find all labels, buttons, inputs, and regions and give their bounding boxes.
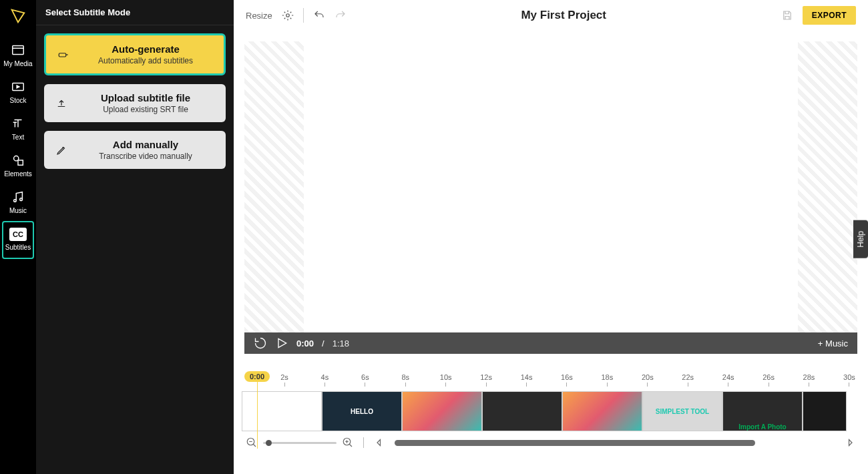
nav-elements[interactable]: Elements <box>1 148 35 184</box>
nav-label: Text <box>12 134 24 141</box>
option-add-manually[interactable]: Add manually Transcribe video manually <box>44 131 226 169</box>
resize-button[interactable]: Resize <box>246 11 272 21</box>
time-ruler: 2s4s6s8s10s12s14s16s18s20s22s24s26s28s30… <box>276 373 857 387</box>
card-sub: Upload existing SRT file <box>72 105 219 114</box>
card-title: Add manually <box>72 139 219 150</box>
svg-point-7 <box>286 14 290 17</box>
duration: 1:18 <box>333 338 349 348</box>
playhead[interactable]: 0:00 <box>244 371 270 449</box>
option-auto-generate[interactable]: Auto-generate Automatically add subtitle… <box>44 33 226 75</box>
nav-stock[interactable]: Stock <box>1 74 35 111</box>
play-icon[interactable] <box>275 336 288 350</box>
main-area: Resize My First Project EXPORT 0:00 / 1:… <box>234 0 868 474</box>
scroll-right-icon[interactable] <box>844 437 856 449</box>
nav-label: Subtitles <box>5 244 31 251</box>
panel-title: Select Subtitle Mode <box>36 0 234 25</box>
tick: 18s <box>599 373 615 387</box>
elements-icon <box>11 153 25 168</box>
auto-generate-icon <box>53 49 74 61</box>
timeline-clip[interactable]: SIMPLEST TOOL <box>642 391 722 431</box>
time-separator: / <box>322 338 324 348</box>
tick: 22s <box>680 373 696 387</box>
svg-rect-6 <box>59 53 66 56</box>
export-button[interactable]: EXPORT <box>803 6 856 25</box>
svg-point-5 <box>20 198 23 201</box>
settings-icon[interactable] <box>282 9 294 21</box>
card-sub: Transcribe video manually <box>72 152 219 161</box>
card-title: Upload subtitle file <box>72 92 219 103</box>
nav-label: Stock <box>9 97 26 104</box>
svg-point-4 <box>14 200 17 202</box>
tick: 4s <box>316 373 333 387</box>
timeline-clip[interactable] <box>482 391 562 431</box>
svg-rect-3 <box>18 160 23 165</box>
tick: 2s <box>276 373 292 387</box>
stock-icon <box>11 79 25 94</box>
tick: 24s <box>720 373 736 387</box>
music-icon <box>11 190 25 204</box>
timeline-clip[interactable]: HELLO <box>322 391 402 431</box>
timeline-clip[interactable] <box>402 391 482 431</box>
tick: 8s <box>397 373 413 387</box>
divider <box>303 8 304 23</box>
add-music-button[interactable]: + Music <box>818 338 848 348</box>
nav-label: My Media <box>3 60 32 67</box>
tick: 28s <box>801 373 817 387</box>
help-tab[interactable]: Help <box>853 220 868 258</box>
current-time: 0:00 <box>296 338 314 348</box>
card-sub: Automatically add subtitles <box>74 56 217 65</box>
zoom-in-icon[interactable] <box>342 437 354 449</box>
nav-music[interactable]: Music <box>1 184 35 221</box>
app-logo-icon <box>9 7 27 25</box>
canvas-background <box>244 41 857 332</box>
tick: 12s <box>478 373 494 387</box>
nav-label: Elements <box>4 170 32 178</box>
restart-icon[interactable] <box>254 336 267 350</box>
tick: 10s <box>438 373 454 387</box>
undo-icon[interactable] <box>313 9 325 21</box>
topbar: Resize My First Project EXPORT <box>234 0 868 31</box>
nav-my-media[interactable]: My Media <box>1 37 35 74</box>
scroll-left-icon[interactable] <box>373 437 385 449</box>
svg-rect-0 <box>13 46 24 55</box>
text-icon <box>11 116 25 131</box>
option-upload-file[interactable]: Upload subtitle file Upload existing SRT… <box>44 84 226 122</box>
nav-text[interactable]: Text <box>1 111 35 148</box>
tick: 30s <box>841 373 857 387</box>
tick: 16s <box>559 373 575 387</box>
nav-label: Music <box>9 207 27 214</box>
playbar: 0:00 / 1:18 + Music <box>244 332 857 354</box>
video-canvas[interactable] <box>304 41 798 332</box>
timeline-clip[interactable] <box>803 391 847 431</box>
pencil-icon <box>51 144 72 156</box>
tick: 14s <box>519 373 535 387</box>
tick: 26s <box>761 373 777 387</box>
zoom-bar <box>234 431 868 449</box>
tick: 6s <box>357 373 373 387</box>
upload-icon <box>51 97 72 109</box>
cc-icon: CC <box>9 228 27 241</box>
timeline-clip[interactable]: Import A Photo <box>722 391 803 431</box>
media-icon <box>11 43 25 57</box>
nav-subtitles[interactable]: CC Subtitles <box>2 221 34 259</box>
save-icon[interactable] <box>781 9 793 21</box>
video-track[interactable]: HELLOSIMPLEST TOOLImport A Photo <box>242 391 856 431</box>
tick: 20s <box>640 373 656 387</box>
subtitle-panel: Select Subtitle Mode Auto-generate Autom… <box>36 0 234 474</box>
zoom-slider[interactable] <box>263 442 337 444</box>
timeline-scrollbar[interactable] <box>391 440 839 446</box>
project-title[interactable]: My First Project <box>347 9 781 22</box>
playhead-time: 0:00 <box>244 371 270 382</box>
left-nav: My Media Stock Text Elements Music CC Su… <box>0 0 36 474</box>
timeline-clip[interactable] <box>562 391 642 431</box>
redo-icon[interactable] <box>335 9 347 21</box>
card-title: Auto-generate <box>74 43 217 55</box>
timeline: 0:00 2s4s6s8s10s12s14s16s18s20s22s24s26s… <box>234 354 868 474</box>
